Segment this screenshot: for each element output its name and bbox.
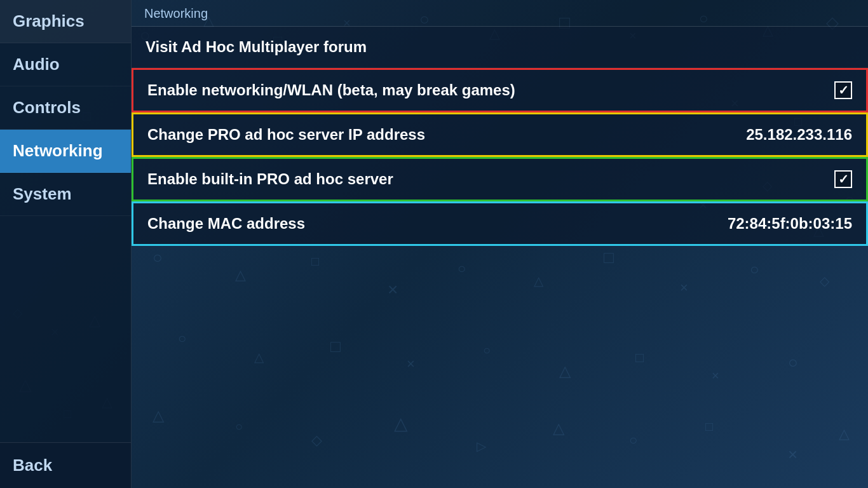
sidebar-item-graphics[interactable]: Graphics <box>0 0 131 43</box>
mac-address-value: 72:84:5f:0b:03:15 <box>728 215 852 233</box>
menu-item-builtin-server[interactable]: Enable built-in PRO ad hoc server <box>132 157 868 201</box>
menu-list: Visit Ad Hoc Multiplayer forum Enable ne… <box>132 27 868 246</box>
section-title: Networking <box>132 0 868 27</box>
menu-item-mac-address[interactable]: Change MAC address 72:84:5f:0b:03:15 <box>132 201 868 246</box>
enable-networking-checkbox[interactable] <box>834 81 852 99</box>
sidebar-item-controls[interactable]: Controls <box>0 86 131 130</box>
sidebar-item-system[interactable]: System <box>0 173 131 216</box>
sidebar-item-networking[interactable]: Networking <box>0 130 131 173</box>
pro-ip-label: Change PRO ad hoc server IP address <box>147 126 733 144</box>
back-button[interactable]: Back <box>0 442 131 488</box>
menu-item-adhoc-forum[interactable]: Visit Ad Hoc Multiplayer forum <box>132 27 868 68</box>
sidebar: Graphics Audio Controls Networking Syste… <box>0 0 132 488</box>
sidebar-item-audio[interactable]: Audio <box>0 43 131 86</box>
menu-item-pro-ip[interactable]: Change PRO ad hoc server IP address 25.1… <box>132 112 868 157</box>
menu-item-enable-networking[interactable]: Enable networking/WLAN (beta, may break … <box>132 68 868 112</box>
builtin-server-label: Enable built-in PRO ad hoc server <box>147 170 822 188</box>
adhoc-forum-label: Visit Ad Hoc Multiplayer forum <box>146 38 854 56</box>
enable-networking-label: Enable networking/WLAN (beta, may break … <box>147 81 822 99</box>
main-content: Networking Visit Ad Hoc Multiplayer foru… <box>132 0 868 488</box>
builtin-server-checkbox[interactable] <box>834 170 852 188</box>
pro-ip-value: 25.182.233.116 <box>746 126 852 144</box>
mac-address-label: Change MAC address <box>147 215 715 233</box>
